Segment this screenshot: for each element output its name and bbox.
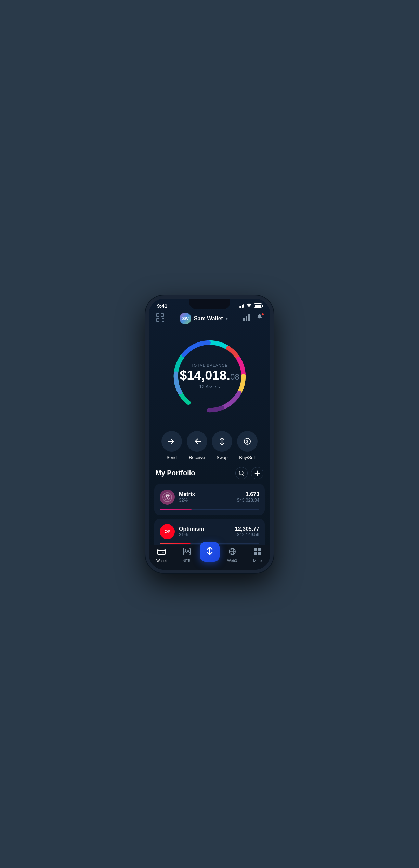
svg-rect-0 — [156, 314, 159, 316]
swap-action[interactable]: Swap — [212, 431, 232, 460]
svg-point-36 — [185, 549, 186, 551]
svg-text:$: $ — [246, 439, 249, 444]
buysell-button[interactable]: $ — [237, 431, 258, 452]
metrix-values: 1.673 $43,023.34 — [237, 491, 259, 503]
phone-frame: 9:41 — [145, 295, 274, 573]
donut-chart: TOTAL BALANCE $14,018.08 12 Assets — [165, 332, 254, 421]
screen: 9:41 — [149, 299, 270, 570]
metrix-info: Metrix 32% — [179, 491, 233, 503]
svg-line-31 — [167, 496, 169, 498]
nav-wallet[interactable]: Wallet — [149, 548, 174, 563]
nav-nfts[interactable]: NFTs — [174, 548, 199, 563]
buysell-label: Buy/Sell — [239, 455, 256, 460]
assets-count: 12 Assets — [180, 384, 239, 389]
chevron-down-icon: ▾ — [226, 316, 228, 321]
receive-label: Receive — [189, 455, 205, 460]
svg-line-26 — [243, 474, 244, 476]
metrix-progress-bar — [160, 509, 259, 510]
header-left[interactable] — [156, 313, 165, 324]
send-action[interactable]: Send — [161, 431, 182, 460]
svg-rect-42 — [258, 548, 261, 551]
balance-chart: TOTAL BALANCE $14,018.08 12 Assets — [149, 328, 270, 424]
op-percentage: 31% — [179, 532, 231, 537]
balance-label: TOTAL BALANCE — [180, 363, 239, 367]
wallet-icon — [157, 548, 166, 557]
status-time: 9:41 — [157, 303, 167, 309]
scan-icon[interactable] — [156, 313, 165, 324]
bell-icon — [256, 315, 263, 323]
svg-rect-33 — [158, 549, 165, 555]
svg-rect-43 — [254, 552, 257, 555]
metrix-amount: 1.673 — [237, 491, 259, 497]
asset-row-optimism: OP Optimism 31% 12,305.77 $42,149.56 — [160, 524, 259, 539]
op-values: 12,305.77 $42,149.56 — [235, 526, 259, 537]
center-swap-icon — [206, 547, 214, 556]
svg-point-29 — [165, 494, 170, 500]
quick-actions: Send Receive — [149, 424, 270, 467]
wallet-nav-label: Wallet — [156, 559, 167, 563]
svg-rect-8 — [246, 316, 247, 321]
swap-label: Swap — [217, 455, 228, 460]
svg-rect-41 — [254, 548, 257, 551]
add-button[interactable] — [251, 467, 263, 479]
balance-amount: $14,018.08 — [180, 369, 239, 382]
center-swap-button[interactable] — [200, 542, 220, 562]
op-info: Optimism 31% — [179, 526, 231, 537]
op-amount: 12,305.77 — [235, 526, 259, 532]
chart-icon[interactable] — [243, 314, 250, 323]
nav-more[interactable]: More — [245, 548, 270, 563]
nft-icon — [183, 548, 191, 557]
nft-nav-label: NFTs — [183, 559, 192, 563]
web3-nav-label: Web3 — [227, 559, 237, 563]
bottom-nav: Wallet NFTs — [149, 545, 270, 570]
notification-badge — [261, 313, 264, 316]
nav-web3[interactable]: Web3 — [220, 548, 245, 563]
status-icons — [239, 303, 262, 308]
asset-card-metrix[interactable]: Metrix 32% 1.673 $43,023.34 — [154, 484, 265, 515]
svg-line-30 — [166, 496, 167, 498]
metrix-logo — [160, 490, 175, 505]
more-nav-label: More — [253, 559, 262, 563]
bell-wrapper[interactable] — [256, 314, 263, 323]
svg-point-34 — [163, 552, 164, 553]
notch — [189, 299, 230, 309]
send-button[interactable] — [161, 431, 182, 452]
swap-button[interactable] — [212, 431, 232, 452]
more-icon — [254, 548, 261, 557]
buysell-action[interactable]: $ Buy/Sell — [237, 431, 258, 460]
op-logo: OP — [160, 524, 175, 539]
asset-row-metrix: Metrix 32% 1.673 $43,023.34 — [160, 490, 259, 505]
svg-rect-44 — [258, 552, 261, 555]
portfolio-actions — [235, 467, 263, 479]
portfolio-section: My Portfolio — [149, 467, 270, 545]
portfolio-title: My Portfolio — [156, 469, 195, 477]
op-usd: $42,149.56 — [235, 532, 259, 537]
battery-icon — [254, 303, 262, 308]
svg-rect-1 — [161, 314, 164, 316]
metrix-usd: $43,023.34 — [237, 497, 259, 503]
search-button[interactable] — [235, 467, 248, 479]
receive-action[interactable]: Receive — [187, 431, 207, 460]
wifi-icon — [246, 303, 252, 308]
signal-icon — [239, 303, 245, 308]
header: SW Sam Wallet ▾ — [149, 309, 270, 328]
portfolio-header: My Portfolio — [154, 467, 265, 479]
asset-card-optimism[interactable]: OP Optimism 31% 12,305.77 $42,149.56 — [154, 519, 265, 545]
metrix-progress-fill — [160, 509, 192, 510]
svg-rect-9 — [248, 314, 250, 321]
wallet-selector[interactable]: SW Sam Wallet ▾ — [180, 313, 228, 324]
svg-rect-7 — [243, 318, 245, 321]
send-label: Send — [167, 455, 177, 460]
web3-icon — [228, 548, 236, 557]
svg-rect-2 — [156, 319, 159, 321]
avatar: SW — [180, 313, 191, 324]
metrix-name: Metrix — [179, 491, 233, 497]
header-right — [243, 314, 263, 323]
op-name: Optimism — [179, 526, 231, 532]
metrix-percentage: 32% — [179, 497, 233, 503]
receive-button[interactable] — [187, 431, 207, 452]
op-progress-fill — [160, 543, 191, 544]
balance-display: TOTAL BALANCE $14,018.08 12 Assets — [180, 363, 239, 389]
nav-center[interactable] — [200, 549, 220, 562]
wallet-name: Sam Wallet — [194, 315, 223, 322]
